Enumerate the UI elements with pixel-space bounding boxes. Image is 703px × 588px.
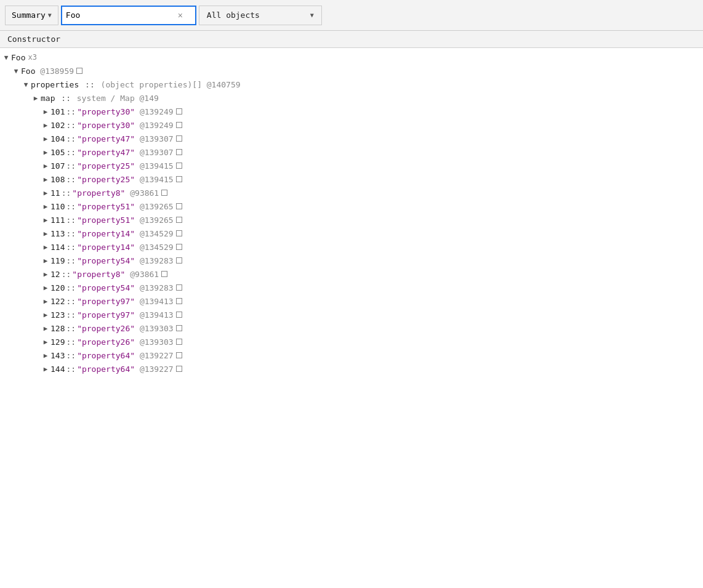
property-index: 120	[50, 283, 65, 292]
property-square	[176, 284, 182, 291]
property-row-toggle[interactable]: ▶	[42, 108, 49, 116]
property-name: "property51"	[77, 202, 135, 211]
property-square	[176, 163, 182, 169]
objects-dropdown-arrow: ▼	[310, 12, 314, 18]
constructor-label: Constructor	[0, 31, 703, 48]
property-row-toggle[interactable]: ▶	[42, 216, 49, 224]
property-row[interactable]: ▶101 :: "property30" @139249	[0, 105, 703, 118]
property-name: "property14"	[77, 243, 135, 252]
property-ref: @139249	[135, 121, 174, 130]
property-row-toggle[interactable]: ▶	[42, 365, 49, 373]
property-row[interactable]: ▶111 :: "property51" @139265	[0, 213, 703, 227]
property-square	[176, 298, 182, 304]
property-ref: @139283	[135, 256, 174, 265]
property-square	[176, 257, 182, 264]
property-name: "property30"	[77, 107, 135, 116]
property-row[interactable]: ▶102 :: "property30" @139249	[0, 118, 703, 132]
property-row[interactable]: ▶128 :: "property26" @139303	[0, 321, 703, 335]
property-square	[176, 244, 182, 250]
properties-node-row[interactable]: ▼ properties :: (object properties)[] @1…	[0, 78, 703, 91]
property-index: 12	[50, 270, 60, 279]
property-ref: @139249	[135, 107, 174, 116]
property-row[interactable]: ▶11 :: "property8" @93861	[0, 186, 703, 199]
property-square	[161, 271, 167, 277]
property-row[interactable]: ▶129 :: "property26" @139303	[0, 335, 703, 348]
property-row[interactable]: ▶12 :: "property8" @93861	[0, 267, 703, 281]
property-square	[176, 312, 182, 318]
property-index: 119	[50, 256, 65, 265]
property-row-toggle[interactable]: ▶	[42, 148, 49, 156]
property-row-toggle[interactable]: ▶	[42, 324, 49, 332]
property-name: "property51"	[77, 215, 135, 225]
property-ref: @93861	[125, 270, 159, 279]
root-count: x3	[28, 53, 36, 62]
tree-root-row[interactable]: ▼ Foo x3	[0, 50, 703, 64]
property-row-toggle[interactable]: ▶	[42, 175, 49, 183]
property-row-toggle[interactable]: ▶	[42, 203, 49, 211]
property-row[interactable]: ▶110 :: "property51" @139265	[0, 199, 703, 213]
foo-instance-label: Foo	[21, 66, 35, 76]
property-name: "property97"	[77, 297, 135, 306]
property-row-toggle[interactable]: ▶	[42, 230, 49, 238]
map-type: system / Map	[77, 94, 135, 103]
property-ref: @93861	[125, 188, 159, 198]
root-toggle[interactable]: ▼	[2, 54, 10, 62]
property-row[interactable]: ▶144 :: "property64" @139227	[0, 362, 703, 376]
property-row-toggle[interactable]: ▶	[42, 257, 49, 265]
summary-dropdown-arrow: ▼	[48, 12, 52, 18]
property-name: "property97"	[77, 310, 135, 320]
property-row-toggle[interactable]: ▶	[42, 284, 49, 292]
property-row-toggle[interactable]: ▶	[42, 270, 49, 278]
property-name: "property64"	[77, 351, 135, 360]
property-row[interactable]: ▶105 :: "property47" @139307	[0, 145, 703, 159]
property-row-toggle[interactable]: ▶	[42, 338, 49, 346]
property-row[interactable]: ▶108 :: "property25" @139415	[0, 172, 703, 186]
map-node-row[interactable]: ▶ map :: system / Map @149	[0, 91, 703, 105]
property-square	[176, 352, 182, 358]
property-row-toggle[interactable]: ▶	[42, 135, 49, 143]
foo-instance-row[interactable]: ▼ Foo @138959	[0, 64, 703, 78]
map-label: map	[41, 94, 55, 103]
property-row[interactable]: ▶120 :: "property54" @139283	[0, 281, 703, 294]
property-row[interactable]: ▶107 :: "property25" @139415	[0, 159, 703, 172]
property-row-toggle[interactable]: ▶	[42, 162, 49, 170]
objects-label: All objects	[207, 10, 260, 20]
property-square	[176, 230, 182, 236]
property-name: "property54"	[77, 256, 135, 265]
property-index: 107	[50, 161, 65, 171]
objects-select[interactable]: All objects ▼	[199, 6, 322, 25]
property-index: 105	[50, 148, 65, 157]
property-square	[161, 190, 167, 196]
properties-label: properties	[31, 80, 79, 89]
properties-type: (object properties)[]	[101, 80, 202, 89]
summary-button[interactable]: Summary ▼	[5, 6, 58, 25]
property-row-toggle[interactable]: ▶	[42, 243, 49, 251]
property-row[interactable]: ▶104 :: "property47" @139307	[0, 132, 703, 145]
map-toggle[interactable]: ▶	[32, 94, 39, 102]
property-ref: @139265	[135, 215, 174, 225]
foo-instance-toggle[interactable]: ▼	[12, 67, 20, 75]
property-row-toggle[interactable]: ▶	[42, 352, 49, 360]
property-row[interactable]: ▶143 :: "property64" @139227	[0, 348, 703, 362]
property-row-toggle[interactable]: ▶	[42, 311, 49, 319]
property-index: 122	[50, 297, 65, 306]
property-row[interactable]: ▶114 :: "property14" @134529	[0, 240, 703, 254]
properties-toggle[interactable]: ▼	[22, 81, 30, 89]
property-ref: @139303	[135, 324, 174, 333]
property-row-toggle[interactable]: ▶	[42, 189, 49, 197]
property-row[interactable]: ▶119 :: "property54" @139283	[0, 254, 703, 267]
property-ref: @139265	[135, 202, 174, 211]
property-rows-container: ▶101 :: "property30" @139249▶102 :: "pro…	[0, 105, 703, 376]
property-row[interactable]: ▶122 :: "property97" @139413	[0, 294, 703, 308]
property-row-toggle[interactable]: ▶	[42, 121, 49, 129]
property-row-toggle[interactable]: ▶	[42, 297, 49, 305]
property-index: 101	[50, 107, 65, 116]
filter-input[interactable]	[66, 10, 177, 20]
property-row[interactable]: ▶113 :: "property14" @134529	[0, 227, 703, 240]
property-ref: @139283	[135, 283, 174, 292]
property-ref: @139413	[135, 310, 174, 320]
clear-filter-button[interactable]: ×	[177, 11, 184, 20]
property-row[interactable]: ▶123 :: "property97" @139413	[0, 308, 703, 321]
property-name: "property26"	[77, 337, 135, 347]
filter-input-wrap: ×	[61, 6, 196, 25]
